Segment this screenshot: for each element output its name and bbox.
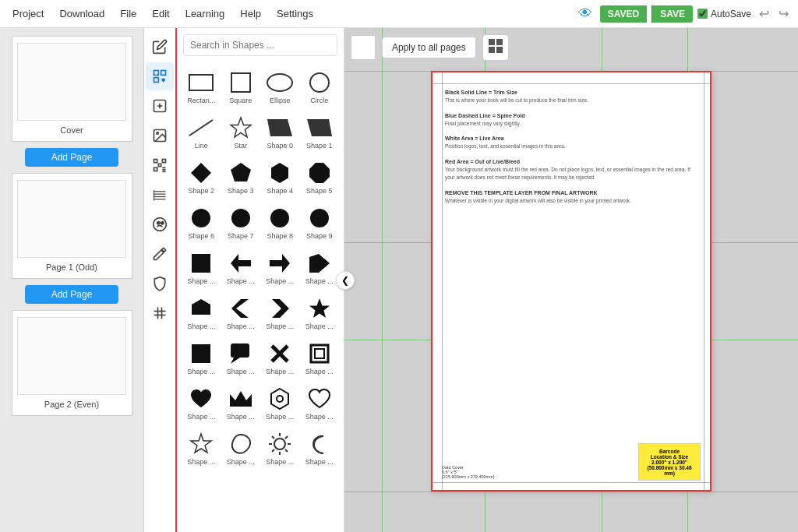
- tool-table[interactable]: [146, 181, 174, 209]
- shape-4-label: Shape 4: [263, 187, 296, 195]
- tool-mask[interactable]: [146, 210, 174, 238]
- x-icon: [266, 340, 294, 368]
- autosave-label: AutoSave: [711, 9, 751, 19]
- svg-marker-26: [307, 119, 332, 136]
- search-shapes-input[interactable]: [183, 34, 337, 56]
- page-thumb-1[interactable]: Page 1 (Odd): [12, 173, 132, 279]
- shape-chevron-l[interactable]: Shape ...: [223, 291, 260, 333]
- shape-8[interactable]: Shape 8: [262, 201, 298, 243]
- page1-label: Page 1 (Odd): [46, 262, 97, 272]
- shape-arrow-right[interactable]: Shape ...: [262, 246, 298, 288]
- add-page-button-cover[interactable]: Add Page: [25, 148, 118, 167]
- svg-point-22: [310, 73, 329, 92]
- shape-hex2-label: Shape ...: [263, 413, 296, 421]
- tool-edit[interactable]: [146, 33, 174, 61]
- collapse-shapes-panel[interactable]: ❮: [336, 271, 355, 290]
- shape-star[interactable]: Star: [223, 111, 260, 153]
- svg-marker-40: [231, 299, 249, 318]
- shape-square[interactable]: Square: [223, 65, 260, 107]
- shape-1[interactable]: Shape 1: [302, 111, 338, 153]
- add-page-button-1[interactable]: Add Page: [25, 285, 118, 304]
- menu-settings[interactable]: Settings: [270, 5, 320, 23]
- tool-shapes[interactable]: [146, 62, 174, 90]
- preview-icon[interactable]: 👁: [575, 4, 595, 23]
- redo-button[interactable]: ↪: [775, 5, 792, 23]
- cover-label: Cover: [60, 125, 83, 135]
- menu-bar: Project Download File Edit Learning Help…: [0, 0, 798, 28]
- template-title-5: REMOVE THIS TEMPLATE LAYER FROM FINAL AR…: [445, 188, 697, 197]
- menu-file[interactable]: File: [114, 5, 143, 23]
- shape-pent2-label: Shape ...: [185, 322, 217, 330]
- shape-star6[interactable]: Shape ...: [183, 427, 220, 469]
- tool-qr[interactable]: [146, 151, 174, 179]
- tool-brush[interactable]: [146, 240, 174, 268]
- shape-2[interactable]: Shape 2: [183, 156, 220, 198]
- shape-blob[interactable]: Shape ...: [223, 427, 260, 469]
- shape-3[interactable]: Shape 3: [223, 156, 260, 198]
- svg-rect-44: [231, 344, 249, 358]
- shape-4[interactable]: Shape 4: [262, 156, 298, 198]
- shape-hex2[interactable]: Shape ...: [262, 382, 298, 424]
- shape-ellipse[interactable]: Ellipse: [262, 65, 298, 107]
- page-thumb-cover[interactable]: Cover: [12, 36, 132, 142]
- shape-sq-outline-label: Shape ...: [303, 368, 336, 375]
- shape-star-filled[interactable]: Shape ...: [302, 291, 338, 333]
- save-button[interactable]: SAVE: [651, 5, 693, 23]
- tool-text[interactable]: [146, 92, 174, 120]
- tool-image[interactable]: [146, 122, 174, 150]
- shape-angled[interactable]: Shape ...: [302, 246, 338, 288]
- page-select-thumbnail[interactable]: [351, 35, 376, 60]
- shape-sq-outline[interactable]: Shape ...: [302, 336, 338, 379]
- template-desc-1: This is where your book will be cut to p…: [445, 97, 697, 104]
- shape-9[interactable]: Shape 9: [302, 201, 338, 243]
- shape-sq2[interactable]: Shape ...: [183, 336, 220, 379]
- svg-point-54: [274, 439, 285, 449]
- shape-2-label: Shape 2: [185, 187, 217, 195]
- heart-icon: [187, 385, 215, 413]
- heart-outline-icon: [305, 385, 334, 413]
- shape-x[interactable]: Shape ...: [262, 336, 298, 379]
- shape-speech[interactable]: Shape ...: [223, 336, 260, 379]
- grid-toggle-button[interactable]: [482, 34, 509, 61]
- shape-sq-filled[interactable]: Shape ...: [183, 246, 220, 288]
- shape-square-label: Square: [224, 97, 257, 104]
- undo-button[interactable]: ↩: [756, 5, 772, 23]
- shape-heart[interactable]: Shape ...: [183, 382, 220, 424]
- save-group: 👁 SAVED SAVE AutoSave ↩ ↪: [575, 4, 792, 23]
- tool-shield[interactable]: [146, 270, 174, 298]
- shape-rectangle[interactable]: Rectan...: [183, 65, 220, 107]
- shape-0[interactable]: Shape 0: [262, 111, 298, 153]
- svg-rect-64: [496, 39, 503, 45]
- saved-button[interactable]: SAVED: [600, 5, 647, 23]
- cover-thumbnail-image: [17, 43, 126, 121]
- shape-pent2[interactable]: Shape ...: [183, 291, 220, 333]
- menu-download[interactable]: Download: [53, 5, 111, 23]
- shape-6[interactable]: Shape 6: [183, 201, 220, 243]
- shape-5[interactable]: Shape 5: [302, 156, 338, 198]
- svg-rect-9: [158, 164, 161, 166]
- autosave-checkbox[interactable]: [697, 9, 708, 19]
- svg-line-61: [285, 436, 288, 439]
- tool-grid-overlay[interactable]: [146, 299, 174, 327]
- menu-project[interactable]: Project: [6, 5, 50, 23]
- svg-marker-29: [271, 163, 288, 183]
- shape-heart-o[interactable]: Shape ...: [302, 382, 338, 424]
- shape-sun[interactable]: Shape ...: [262, 427, 298, 469]
- svg-marker-41: [272, 299, 289, 318]
- shape-arrow-left[interactable]: Shape ...: [223, 246, 260, 288]
- menu-help[interactable]: Help: [234, 5, 267, 23]
- crown-icon: [227, 385, 255, 413]
- shape-chevron-r[interactable]: Shape ...: [262, 291, 298, 333]
- menu-learning[interactable]: Learning: [179, 5, 231, 23]
- shape-7[interactable]: Shape 7: [223, 201, 260, 243]
- shape-crown[interactable]: Shape ...: [223, 382, 260, 424]
- page-thumb-2[interactable]: Page 2 (Even): [12, 310, 132, 416]
- svg-rect-6: [154, 160, 157, 163]
- shape-line[interactable]: Line: [183, 111, 220, 153]
- shape-crescent[interactable]: Shape ...: [302, 427, 338, 469]
- svg-marker-36: [231, 254, 251, 273]
- rectangle-icon: [187, 69, 215, 97]
- shape-circle[interactable]: Circle: [302, 65, 338, 107]
- apply-all-pages-button[interactable]: Apply to all pages: [382, 37, 476, 58]
- menu-edit[interactable]: Edit: [146, 5, 175, 23]
